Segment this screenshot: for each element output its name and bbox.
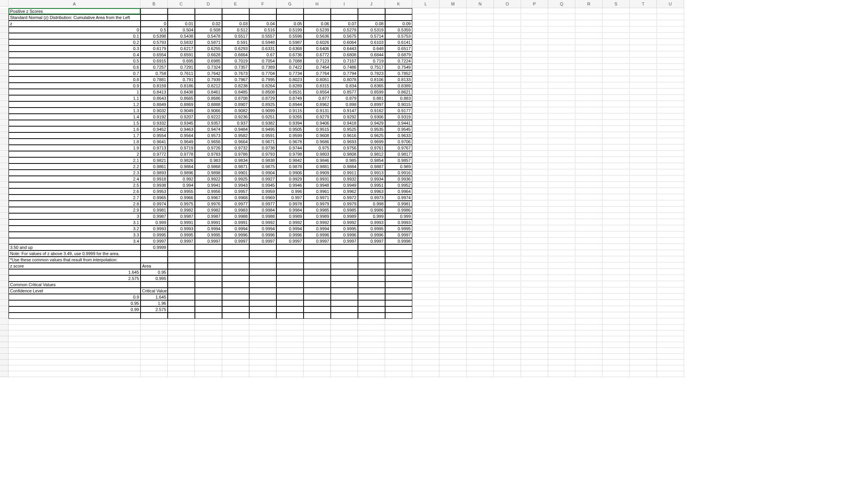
cell-R14[interactable]	[575, 89, 603, 95]
cell-H17[interactable]: 0.9131	[304, 108, 331, 114]
cell-U29[interactable]	[657, 182, 684, 188]
cell-T46[interactable]	[630, 288, 657, 294]
cell-N24[interactable]	[467, 151, 494, 157]
cell-O48[interactable]	[494, 300, 521, 306]
cell-E58[interactable]	[222, 360, 249, 365]
cell-U31[interactable]	[657, 195, 684, 200]
cell-I47[interactable]	[331, 294, 358, 300]
cell-H8[interactable]: 0.6772	[304, 52, 331, 58]
cell-R16[interactable]	[575, 101, 603, 107]
cell-B23[interactable]: 0.9713	[141, 145, 168, 151]
cell-D13[interactable]: 0.8212	[195, 83, 222, 89]
column-header-K[interactable]: K	[385, 0, 412, 8]
cell-Q27[interactable]	[548, 170, 575, 176]
cell-E60[interactable]	[222, 371, 249, 377]
cell-B41[interactable]	[141, 257, 168, 263]
cell-C55[interactable]	[168, 342, 195, 348]
cell-O22[interactable]	[494, 139, 521, 144]
cell-O57[interactable]	[494, 354, 521, 360]
cell-M48[interactable]	[439, 300, 467, 306]
cell-K8[interactable]: 0.6879	[385, 52, 412, 58]
cell-O33[interactable]	[494, 207, 521, 213]
cell-N53[interactable]	[467, 330, 494, 336]
cell-T32[interactable]	[630, 201, 657, 207]
cell-E25[interactable]: 0.9834	[222, 157, 249, 163]
cell-I26[interactable]: 0.9884	[331, 163, 358, 170]
cell-H37[interactable]: 0.9996	[304, 232, 331, 238]
cell-P40[interactable]	[521, 250, 548, 256]
cell-E32[interactable]: 0.9977	[222, 201, 249, 207]
cell-T33[interactable]	[630, 207, 657, 213]
column-header-A[interactable]: A	[9, 0, 141, 8]
cell-U38[interactable]	[657, 238, 684, 244]
cell-O27[interactable]	[494, 170, 521, 176]
cell-L57[interactable]	[412, 354, 439, 360]
cell-A35[interactable]: 3.1	[9, 219, 141, 226]
cell-A4[interactable]: 0	[9, 27, 141, 33]
cell-L13[interactable]	[412, 83, 439, 89]
cell-T56[interactable]	[630, 348, 657, 354]
cell-P21[interactable]	[521, 132, 548, 138]
cell-S33[interactable]	[603, 207, 630, 213]
cell-K56[interactable]	[385, 348, 412, 354]
cell-I18[interactable]: 0.9292	[331, 114, 358, 120]
cell-D3[interactable]: 0.02	[195, 21, 222, 27]
cell-A56[interactable]	[9, 348, 141, 354]
cell-I25[interactable]: 0.985	[331, 157, 358, 163]
cell-G12[interactable]: 0.8023	[276, 76, 304, 83]
cell-H1[interactable]	[304, 8, 331, 14]
cell-H16[interactable]: 0.8962	[304, 101, 331, 108]
cell-J49[interactable]	[358, 306, 385, 313]
cell-D4[interactable]: 0.508	[195, 27, 222, 33]
cell-C12[interactable]: 0.791	[168, 76, 195, 83]
cell-B3[interactable]: 0	[141, 21, 168, 27]
cell-L53[interactable]	[412, 330, 439, 336]
cell-B38[interactable]: 0.9997	[141, 238, 168, 244]
cell-S44[interactable]	[603, 275, 630, 281]
cell-N13[interactable]	[467, 83, 494, 89]
row-header-31[interactable]	[0, 195, 9, 200]
cell-H12[interactable]: 0.8051	[304, 76, 331, 83]
cell-N7[interactable]	[467, 45, 494, 51]
cell-N21[interactable]	[467, 132, 494, 138]
cell-R13[interactable]	[575, 83, 603, 89]
cell-K11[interactable]: 0.7852	[385, 70, 412, 76]
cell-I16[interactable]: 0.898	[331, 101, 358, 108]
cell-H47[interactable]	[304, 294, 331, 300]
cell-G2[interactable]	[276, 14, 304, 21]
cell-T28[interactable]	[630, 176, 657, 182]
cell-B1[interactable]	[141, 8, 168, 14]
cell-F38[interactable]: 0.9997	[249, 238, 276, 244]
cell-K17[interactable]: 0.9177	[385, 108, 412, 114]
cell-I59[interactable]	[331, 365, 358, 371]
cell-P31[interactable]	[521, 195, 548, 200]
cell-J3[interactable]: 0.08	[358, 21, 385, 27]
cell-I52[interactable]	[331, 325, 358, 330]
cell-Q29[interactable]	[548, 182, 575, 188]
cell-N42[interactable]	[467, 263, 494, 269]
cell-D38[interactable]: 0.9997	[195, 238, 222, 244]
column-header-O[interactable]: O	[494, 0, 521, 8]
cell-N16[interactable]	[467, 101, 494, 107]
cell-R21[interactable]	[575, 132, 603, 138]
cell-P9[interactable]	[521, 58, 548, 64]
cell-A52[interactable]	[9, 325, 141, 330]
cell-T53[interactable]	[630, 330, 657, 336]
cell-I21[interactable]: 0.9616	[331, 132, 358, 139]
cell-E35[interactable]: 0.9991	[222, 219, 249, 226]
cell-O59[interactable]	[494, 365, 521, 371]
cell-O55[interactable]	[494, 342, 521, 348]
cell-L38[interactable]	[412, 238, 439, 244]
cell-L36[interactable]	[412, 226, 439, 231]
cell-E38[interactable]: 0.9997	[222, 238, 249, 244]
row-header-40[interactable]	[0, 250, 9, 256]
cell-M27[interactable]	[439, 170, 467, 176]
cell-B60[interactable]	[141, 371, 168, 377]
cell-C27[interactable]: 0.9896	[168, 170, 195, 176]
cell-Q16[interactable]	[548, 101, 575, 107]
cell-J51[interactable]	[358, 319, 385, 325]
row-header-34[interactable]	[0, 213, 9, 219]
cell-O10[interactable]	[494, 64, 521, 70]
cell-H40[interactable]	[304, 250, 331, 257]
row-header-11[interactable]	[0, 70, 9, 76]
